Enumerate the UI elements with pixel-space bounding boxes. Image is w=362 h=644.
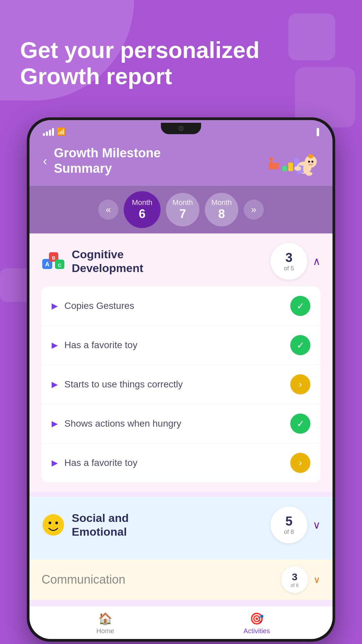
milestone-arrow-icon: ▶ <box>52 301 58 311</box>
app-header: ‹ Growth Milestone Summary <box>29 139 333 186</box>
bottom-nav: 🏠 Home 🎯 Activities <box>29 606 333 639</box>
social-section-header: Social and Emotional 5 of 8 <box>42 506 320 543</box>
milestone-status-pending[interactable]: › <box>290 453 310 473</box>
page-header: Get your personalized Growth report <box>20 37 342 89</box>
phone-mockup: 📶 ▐ ‹ Growth Milestone Summary <box>27 117 335 642</box>
svg-text:B: B <box>52 255 55 261</box>
svg-point-10 <box>311 161 313 163</box>
wifi-icon: 📶 <box>57 127 66 136</box>
cognitive-title: Cognitive Development <box>72 248 270 275</box>
home-icon: 🏠 <box>98 612 112 625</box>
month-next-button[interactable]: » <box>244 200 264 220</box>
milestone-arrow-icon: ▶ <box>52 458 58 468</box>
milestone-favorite-toy-2: ▶ Has a favorite toy › <box>42 443 320 482</box>
milestone-favorite-toy-1: ▶ Has a favorite toy ✓ <box>42 326 320 365</box>
cognitive-milestone-list: ▶ Copies Gestures ✓ ▶ Has a favorite toy… <box>42 286 320 482</box>
milestone-arrow-icon: ▶ <box>52 419 58 428</box>
social-progress: 5 of 8 <box>270 506 307 543</box>
social-section: Social and Emotional 5 of 8 <box>29 497 333 559</box>
svg-rect-2 <box>269 158 273 160</box>
svg-rect-1 <box>270 158 272 168</box>
month-selector: « Month 6 Month 7 Month 8 » <box>29 186 333 233</box>
svg-point-23 <box>55 522 58 524</box>
month-prev-button[interactable]: « <box>98 200 118 220</box>
milestone-status-done[interactable]: ✓ <box>290 296 310 316</box>
communication-label: Communication <box>42 573 125 587</box>
content-area: A B C Cognitive Development <box>29 233 333 606</box>
social-toggle[interactable]: ∨ <box>313 519 320 531</box>
milestone-status-pending[interactable]: › <box>290 374 310 394</box>
cognitive-icon: A B C <box>42 250 65 273</box>
milestone-copies-gestures: ▶ Copies Gestures ✓ <box>42 286 320 326</box>
svg-point-11 <box>294 166 301 171</box>
activities-icon: 🎯 <box>250 612 264 625</box>
svg-rect-3 <box>282 166 287 171</box>
svg-text:A: A <box>45 261 50 268</box>
milestone-arrow-icon: ▶ <box>52 380 58 389</box>
social-icon <box>42 513 65 537</box>
cognitive-toggle[interactable]: ∧ <box>313 255 320 268</box>
nav-activities[interactable]: 🎯 Activities <box>181 612 333 635</box>
communication-section: Communication 3 of 6 ∨ <box>29 559 333 600</box>
milestone-status-done[interactable]: ✓ <box>290 414 310 434</box>
milestone-use-things: ▶ Starts to use things correctly › <box>42 365 320 404</box>
svg-rect-4 <box>288 163 293 171</box>
app-title: Growth Milestone Summary <box>54 146 259 176</box>
svg-point-8 <box>308 154 313 158</box>
month-8-button[interactable]: Month 8 <box>205 193 238 226</box>
milestone-actions-hungry: ▶ Shows actions when hungry ✓ <box>42 404 320 443</box>
svg-point-22 <box>49 522 51 524</box>
svg-point-9 <box>308 161 310 163</box>
milestone-status-done[interactable]: ✓ <box>290 335 310 355</box>
svg-point-21 <box>43 514 64 536</box>
social-title: Social and Emotional <box>72 511 270 539</box>
month-7-button[interactable]: Month 7 <box>166 193 199 226</box>
header-line2: Growth report <box>20 63 342 89</box>
camera-icon <box>178 126 184 131</box>
cognitive-section: A B C Cognitive Development <box>29 233 333 492</box>
battery-icon: ▐ <box>314 128 319 136</box>
header-line1: Get your personalized <box>20 37 342 63</box>
month-6-button[interactable]: Month 6 <box>124 191 161 228</box>
svg-point-12 <box>306 172 312 176</box>
status-bar: 📶 ▐ <box>29 120 333 139</box>
svg-text:C: C <box>58 263 61 268</box>
baby-illustration <box>265 144 319 178</box>
nav-home[interactable]: 🏠 Home <box>29 612 181 635</box>
cognitive-progress: 3 of 5 <box>270 243 307 280</box>
cognitive-section-header: A B C Cognitive Development <box>42 243 320 280</box>
milestone-arrow-icon: ▶ <box>52 340 58 350</box>
back-button[interactable]: ‹ <box>43 154 47 168</box>
